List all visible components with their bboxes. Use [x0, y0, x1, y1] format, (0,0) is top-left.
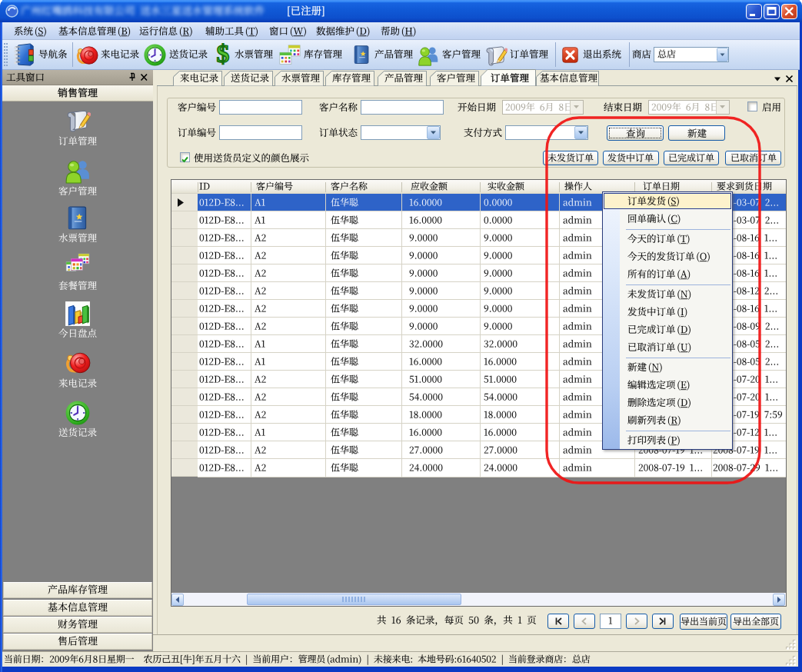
svg-text:$: $ — [217, 43, 230, 66]
